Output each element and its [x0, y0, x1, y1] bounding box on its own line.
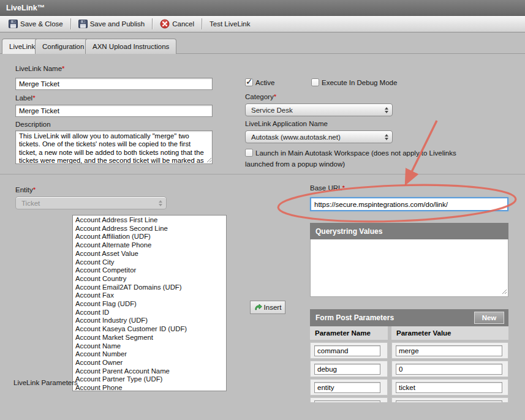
list-item[interactable]: Account Affiliation (UDF)	[75, 233, 226, 241]
param-value-input[interactable]	[396, 364, 502, 375]
category-label: Category*	[245, 93, 276, 100]
list-item[interactable]: Account Asset Value	[75, 250, 226, 258]
querystring-values-textarea[interactable]	[310, 239, 508, 297]
table-row	[310, 379, 508, 396]
tab-configuration[interactable]: Configuration	[35, 39, 91, 54]
entity-value: Ticket	[21, 200, 155, 207]
param-value-input[interactable]	[396, 345, 502, 356]
livelink-parameters-label: LiveLink Parameters	[13, 379, 78, 386]
querystring-values-title: Querystring Values	[315, 227, 382, 236]
select-arrows-icon	[385, 134, 388, 140]
table-cell	[310, 397, 388, 402]
list-item[interactable]: Account Alternate Phone	[75, 241, 226, 250]
tab-axn-upload-instructions[interactable]: AXN Upload Instructions	[85, 39, 176, 54]
list-item[interactable]: Account Fax	[75, 291, 226, 300]
table-cell	[391, 397, 508, 402]
list-item[interactable]: Account Address First Line	[75, 216, 226, 225]
test-livelink-button[interactable]: Test LiveLink	[206, 17, 254, 31]
insert-button[interactable]: Insert	[250, 301, 285, 314]
category-select[interactable]: Service Desk	[245, 103, 393, 116]
save-and-close-button[interactable]: Save & Close	[5, 17, 67, 31]
entity-label: Entity*	[15, 186, 36, 193]
list-item[interactable]: Account Flag (UDF)	[75, 300, 226, 309]
list-item[interactable]: Account Country	[75, 275, 226, 283]
active-checkbox-row: Active	[245, 78, 274, 86]
debug-label: Execute In Debug Mode	[322, 79, 397, 86]
list-item[interactable]: Account Phone	[75, 384, 226, 391]
application-name-value: Autotask (www.autotask.net)	[251, 133, 381, 141]
livelink-name-label: LiveLink Name*	[15, 65, 65, 72]
base-url-label: Base URL*	[310, 184, 345, 192]
param-name-input[interactable]	[314, 364, 380, 375]
table-cell	[310, 342, 388, 359]
resize-grip-icon[interactable]	[502, 288, 507, 296]
param-value-input[interactable]	[396, 400, 502, 402]
list-item[interactable]: Account Owner	[75, 359, 226, 367]
list-item[interactable]: Account Parent Account Name	[75, 367, 226, 376]
list-item[interactable]: Account Number	[75, 350, 226, 359]
livelink-name-input[interactable]	[15, 78, 213, 90]
execute-debug-checkbox[interactable]	[311, 78, 319, 86]
list-item[interactable]: Account Market Segment	[75, 334, 226, 342]
list-item[interactable]: Account Name	[75, 342, 226, 351]
insert-label: Insert	[264, 304, 282, 311]
list-item[interactable]: Account Competitor	[75, 266, 226, 275]
list-item[interactable]: Account Industry (UDF)	[75, 317, 226, 325]
form-post-column-headers: Parameter Name Parameter Value	[310, 326, 508, 340]
debug-checkbox-row: Execute In Debug Mode	[311, 78, 397, 86]
querystring-values-header: Querystring Values	[310, 223, 508, 239]
floppy-icon	[9, 20, 18, 28]
form-post-rows	[310, 340, 508, 402]
table-row	[310, 361, 508, 377]
test-livelink-label: Test LiveLink	[210, 20, 250, 28]
tab-axn-label: AXN Upload Instructions	[93, 43, 169, 50]
toolbar-separator	[202, 18, 202, 29]
cancel-button[interactable]: Cancel	[156, 17, 198, 31]
param-name-input[interactable]	[314, 382, 380, 393]
table-row	[310, 342, 508, 359]
description-textarea[interactable]: This LiveLink will allow you to automati…	[15, 130, 213, 164]
list-item[interactable]: Account Email2AT Domains (UDF)	[75, 283, 226, 292]
save-and-publish-button[interactable]: Save and Publish	[75, 17, 149, 31]
save-and-close-label: Save & Close	[20, 20, 63, 28]
table-cell	[310, 361, 388, 377]
parameter-value-column-header: Parameter Value	[391, 326, 508, 340]
table-cell	[391, 342, 508, 359]
cancel-label: Cancel	[172, 20, 194, 28]
section-divider	[0, 174, 525, 174]
list-item[interactable]: Account Partner Type (UDF)	[75, 375, 226, 384]
select-arrows-icon	[159, 200, 162, 206]
base-url-input[interactable]	[310, 197, 508, 211]
param-name-input[interactable]	[314, 400, 380, 402]
label-input[interactable]	[15, 105, 213, 117]
param-name-input[interactable]	[314, 345, 380, 356]
toolbar-separator	[152, 18, 153, 29]
workspace-checkbox-row: Launch in Main Autotask Workspace (does …	[245, 148, 456, 170]
application-name-select[interactable]: Autotask (www.autotask.net)	[245, 130, 393, 143]
workspace-checkbox[interactable]	[245, 149, 253, 157]
label-field-label: Label*	[15, 94, 36, 102]
table-cell	[391, 379, 508, 396]
list-item[interactable]: Account City	[75, 258, 226, 267]
tab-configuration-label: Configuration	[42, 43, 84, 50]
save-and-publish-label: Save and Publish	[90, 20, 145, 28]
description-label: Description	[15, 121, 51, 128]
livelink-parameters-listbox[interactable]: Account Address First LineAccount Addres…	[72, 215, 227, 391]
tab-livelink-label: LiveLink	[9, 43, 35, 50]
list-item[interactable]: Account Kaseya Customer ID (UDF)	[75, 325, 226, 334]
list-item[interactable]: Account ID	[75, 309, 226, 317]
select-arrows-icon	[385, 107, 388, 113]
new-parameter-button[interactable]: New	[474, 312, 504, 324]
param-value-input[interactable]	[396, 382, 502, 393]
toolbar: Save & Close Save and Publish Cancel Tes…	[0, 16, 525, 32]
table-row	[310, 397, 508, 402]
page-title: LiveLink™	[6, 4, 45, 12]
active-checkbox[interactable]	[245, 78, 253, 86]
insert-arrow-icon	[254, 303, 262, 312]
parameter-name-column-header: Parameter Name	[310, 326, 388, 340]
category-value: Service Desk	[251, 107, 381, 114]
floppy-icon	[78, 20, 88, 28]
entity-select: Ticket	[15, 197, 167, 209]
list-item[interactable]: Account Address Second Line	[75, 225, 226, 233]
table-cell	[391, 361, 508, 377]
